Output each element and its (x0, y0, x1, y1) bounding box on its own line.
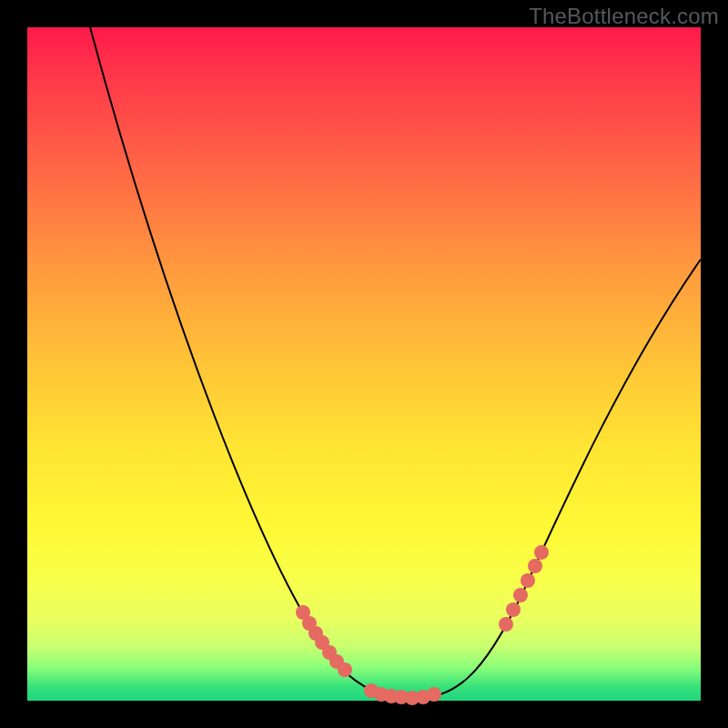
marker-band-left (296, 605, 352, 677)
bottleneck-curve (90, 27, 701, 699)
marker-dot (499, 617, 513, 632)
marker-band-right (499, 545, 549, 632)
plot-svg (27, 27, 701, 701)
marker-dot (338, 662, 352, 677)
marker-dot (506, 602, 521, 617)
marker-dot (427, 687, 441, 702)
marker-dot (528, 559, 542, 573)
chart-stage: TheBottleneck.com (0, 0, 728, 728)
marker-dot (521, 573, 535, 588)
watermark-label: TheBottleneck.com (529, 4, 719, 29)
marker-dot (534, 545, 549, 560)
marker-dot (513, 588, 528, 602)
gradient-plot-area (27, 27, 701, 701)
marker-band-floor (364, 683, 441, 705)
